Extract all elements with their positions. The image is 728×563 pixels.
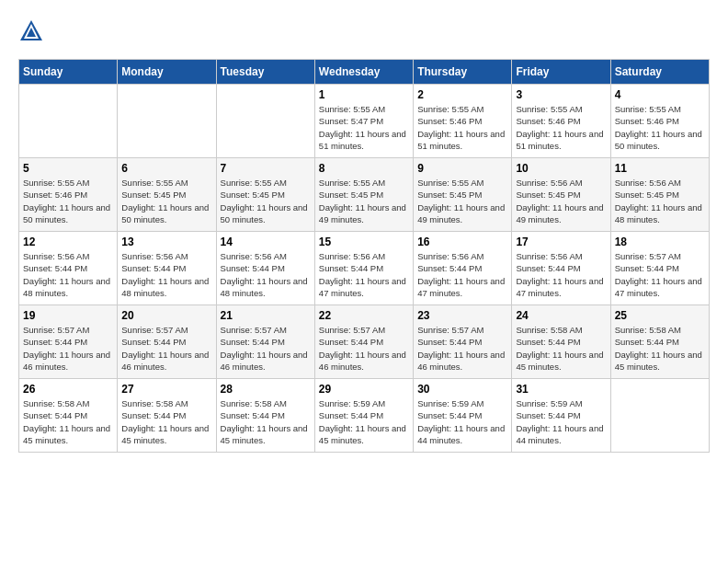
calendar-cell: 31Sunrise: 5:59 AM Sunset: 5:44 PM Dayli… bbox=[512, 379, 610, 453]
day-number: 29 bbox=[319, 383, 409, 396]
day-number: 10 bbox=[516, 162, 606, 175]
calendar-cell: 5Sunrise: 5:55 AM Sunset: 5:46 PM Daylig… bbox=[19, 158, 118, 232]
day-info: Sunrise: 5:57 AM Sunset: 5:44 PM Dayligh… bbox=[319, 324, 409, 373]
day-info: Sunrise: 5:55 AM Sunset: 5:45 PM Dayligh… bbox=[221, 177, 311, 225]
calendar-cell: 3Sunrise: 5:55 AM Sunset: 5:46 PM Daylig… bbox=[512, 85, 610, 158]
day-info: Sunrise: 5:55 AM Sunset: 5:45 PM Dayligh… bbox=[319, 177, 409, 225]
day-info: Sunrise: 5:55 AM Sunset: 5:46 PM Dayligh… bbox=[615, 103, 705, 152]
day-info: Sunrise: 5:58 AM Sunset: 5:44 PM Dayligh… bbox=[23, 397, 113, 446]
day-info: Sunrise: 5:58 AM Sunset: 5:44 PM Dayligh… bbox=[121, 397, 211, 446]
day-number: 23 bbox=[417, 309, 507, 322]
day-number: 5 bbox=[23, 162, 113, 175]
day-info: Sunrise: 5:57 AM Sunset: 5:44 PM Dayligh… bbox=[417, 324, 507, 373]
calendar-cell: 21Sunrise: 5:57 AM Sunset: 5:44 PM Dayli… bbox=[216, 305, 314, 379]
calendar-cell: 8Sunrise: 5:55 AM Sunset: 5:45 PM Daylig… bbox=[314, 158, 413, 232]
day-info: Sunrise: 5:55 AM Sunset: 5:45 PM Dayligh… bbox=[121, 177, 211, 225]
day-number: 7 bbox=[221, 162, 311, 175]
header-row: SundayMondayTuesdayWednesdayThursdayFrid… bbox=[19, 60, 710, 85]
day-number: 16 bbox=[417, 236, 507, 248]
day-number: 17 bbox=[516, 236, 606, 248]
day-number: 11 bbox=[615, 162, 705, 175]
day-number: 28 bbox=[221, 383, 311, 396]
day-number: 14 bbox=[221, 236, 311, 248]
day-info: Sunrise: 5:58 AM Sunset: 5:44 PM Dayligh… bbox=[516, 324, 606, 373]
header-day-saturday: Saturday bbox=[610, 60, 709, 85]
calendar-cell: 25Sunrise: 5:58 AM Sunset: 5:44 PM Dayli… bbox=[610, 305, 709, 379]
page-header bbox=[18, 18, 710, 44]
calendar-cell: 2Sunrise: 5:55 AM Sunset: 5:46 PM Daylig… bbox=[414, 85, 512, 158]
logo-icon bbox=[18, 18, 44, 44]
calendar-cell: 27Sunrise: 5:58 AM Sunset: 5:44 PM Dayli… bbox=[118, 379, 216, 453]
calendar-cell bbox=[19, 85, 118, 158]
calendar-cell: 6Sunrise: 5:55 AM Sunset: 5:45 PM Daylig… bbox=[118, 158, 216, 232]
day-info: Sunrise: 5:58 AM Sunset: 5:44 PM Dayligh… bbox=[615, 324, 705, 373]
day-info: Sunrise: 5:56 AM Sunset: 5:44 PM Dayligh… bbox=[221, 250, 311, 299]
calendar-cell: 4Sunrise: 5:55 AM Sunset: 5:46 PM Daylig… bbox=[610, 85, 709, 158]
day-number: 6 bbox=[121, 162, 211, 175]
calendar-cell: 15Sunrise: 5:56 AM Sunset: 5:44 PM Dayli… bbox=[314, 232, 413, 305]
day-number: 30 bbox=[417, 383, 507, 396]
calendar-cell: 23Sunrise: 5:57 AM Sunset: 5:44 PM Dayli… bbox=[414, 305, 512, 379]
day-info: Sunrise: 5:57 AM Sunset: 5:44 PM Dayligh… bbox=[221, 324, 311, 373]
calendar-cell bbox=[216, 85, 314, 158]
header-day-thursday: Thursday bbox=[414, 60, 512, 85]
day-info: Sunrise: 5:55 AM Sunset: 5:46 PM Dayligh… bbox=[417, 103, 507, 152]
day-number: 19 bbox=[23, 309, 113, 322]
calendar-cell: 13Sunrise: 5:56 AM Sunset: 5:44 PM Dayli… bbox=[118, 232, 216, 305]
day-info: Sunrise: 5:56 AM Sunset: 5:44 PM Dayligh… bbox=[121, 250, 211, 299]
calendar-week-1: 1Sunrise: 5:55 AM Sunset: 5:47 PM Daylig… bbox=[19, 85, 710, 158]
calendar-cell: 18Sunrise: 5:57 AM Sunset: 5:44 PM Dayli… bbox=[610, 232, 709, 305]
calendar-cell: 30Sunrise: 5:59 AM Sunset: 5:44 PM Dayli… bbox=[414, 379, 512, 453]
calendar-cell: 1Sunrise: 5:55 AM Sunset: 5:47 PM Daylig… bbox=[314, 85, 413, 158]
day-info: Sunrise: 5:57 AM Sunset: 5:44 PM Dayligh… bbox=[23, 324, 113, 373]
calendar-cell: 24Sunrise: 5:58 AM Sunset: 5:44 PM Dayli… bbox=[512, 305, 610, 379]
calendar-cell: 11Sunrise: 5:56 AM Sunset: 5:45 PM Dayli… bbox=[610, 158, 709, 232]
header-day-tuesday: Tuesday bbox=[216, 60, 314, 85]
calendar-cell: 12Sunrise: 5:56 AM Sunset: 5:44 PM Dayli… bbox=[19, 232, 118, 305]
day-info: Sunrise: 5:56 AM Sunset: 5:45 PM Dayligh… bbox=[615, 177, 705, 225]
day-info: Sunrise: 5:57 AM Sunset: 5:44 PM Dayligh… bbox=[121, 324, 211, 373]
day-info: Sunrise: 5:55 AM Sunset: 5:47 PM Dayligh… bbox=[319, 103, 409, 152]
calendar-cell: 7Sunrise: 5:55 AM Sunset: 5:45 PM Daylig… bbox=[216, 158, 314, 232]
header-day-friday: Friday bbox=[512, 60, 610, 85]
day-number: 1 bbox=[319, 88, 409, 101]
calendar-cell: 10Sunrise: 5:56 AM Sunset: 5:45 PM Dayli… bbox=[512, 158, 610, 232]
day-number: 12 bbox=[23, 236, 113, 248]
day-number: 4 bbox=[615, 88, 705, 101]
day-number: 8 bbox=[319, 162, 409, 175]
calendar-cell bbox=[118, 85, 216, 158]
day-number: 25 bbox=[615, 309, 705, 322]
calendar-cell: 26Sunrise: 5:58 AM Sunset: 5:44 PM Dayli… bbox=[19, 379, 118, 453]
day-number: 2 bbox=[417, 88, 507, 101]
calendar-table: SundayMondayTuesdayWednesdayThursdayFrid… bbox=[18, 59, 710, 453]
day-info: Sunrise: 5:55 AM Sunset: 5:45 PM Dayligh… bbox=[417, 177, 507, 225]
day-info: Sunrise: 5:56 AM Sunset: 5:44 PM Dayligh… bbox=[516, 250, 606, 299]
day-number: 31 bbox=[516, 383, 606, 396]
day-info: Sunrise: 5:59 AM Sunset: 5:44 PM Dayligh… bbox=[417, 397, 507, 446]
header-day-sunday: Sunday bbox=[19, 60, 118, 85]
day-number: 9 bbox=[417, 162, 507, 175]
day-info: Sunrise: 5:56 AM Sunset: 5:44 PM Dayligh… bbox=[23, 250, 113, 299]
calendar-cell: 16Sunrise: 5:56 AM Sunset: 5:44 PM Dayli… bbox=[414, 232, 512, 305]
calendar-week-5: 26Sunrise: 5:58 AM Sunset: 5:44 PM Dayli… bbox=[19, 379, 710, 453]
day-number: 21 bbox=[221, 309, 311, 322]
day-info: Sunrise: 5:59 AM Sunset: 5:44 PM Dayligh… bbox=[516, 397, 606, 446]
calendar-week-3: 12Sunrise: 5:56 AM Sunset: 5:44 PM Dayli… bbox=[19, 232, 710, 305]
calendar-cell: 28Sunrise: 5:58 AM Sunset: 5:44 PM Dayli… bbox=[216, 379, 314, 453]
header-day-monday: Monday bbox=[118, 60, 216, 85]
day-number: 26 bbox=[23, 383, 113, 396]
day-number: 3 bbox=[516, 88, 606, 101]
calendar-cell: 19Sunrise: 5:57 AM Sunset: 5:44 PM Dayli… bbox=[19, 305, 118, 379]
day-number: 13 bbox=[121, 236, 211, 248]
logo bbox=[18, 18, 48, 44]
day-info: Sunrise: 5:56 AM Sunset: 5:44 PM Dayligh… bbox=[319, 250, 409, 299]
calendar-cell: 9Sunrise: 5:55 AM Sunset: 5:45 PM Daylig… bbox=[414, 158, 512, 232]
day-number: 15 bbox=[319, 236, 409, 248]
day-number: 18 bbox=[615, 236, 705, 248]
header-day-wednesday: Wednesday bbox=[314, 60, 413, 85]
day-info: Sunrise: 5:59 AM Sunset: 5:44 PM Dayligh… bbox=[319, 397, 409, 446]
calendar-cell: 14Sunrise: 5:56 AM Sunset: 5:44 PM Dayli… bbox=[216, 232, 314, 305]
day-number: 27 bbox=[121, 383, 211, 396]
day-info: Sunrise: 5:55 AM Sunset: 5:46 PM Dayligh… bbox=[23, 177, 113, 225]
day-info: Sunrise: 5:56 AM Sunset: 5:45 PM Dayligh… bbox=[516, 177, 606, 225]
